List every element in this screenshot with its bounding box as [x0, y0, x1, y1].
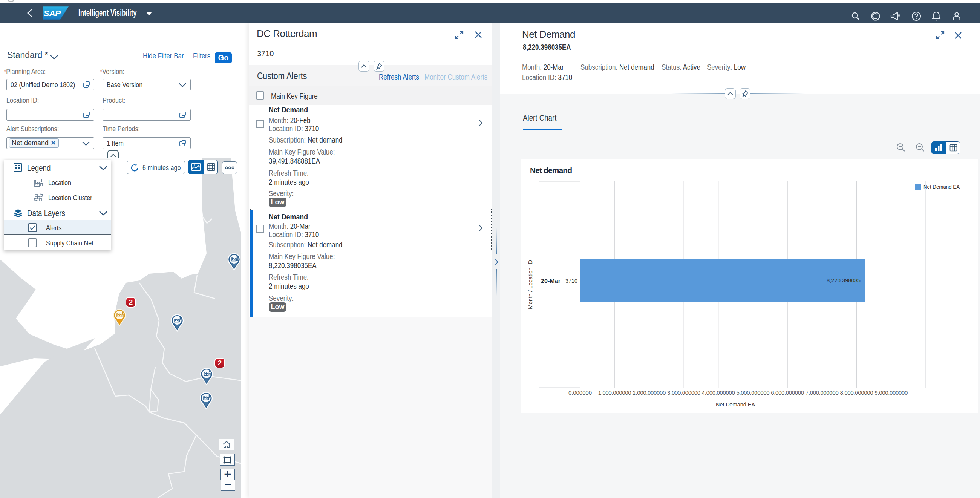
svg-text:4,000.000000: 4,000.000000	[702, 390, 735, 396]
svg-text:8,000.000000: 8,000.000000	[840, 390, 873, 396]
svg-text:SAP: SAP	[44, 8, 61, 18]
svg-text:9,000.000000: 9,000.000000	[875, 390, 908, 396]
svg-text:Net demand: Net demand	[530, 166, 572, 175]
svg-text:6,000.000000: 6,000.000000	[771, 390, 804, 396]
svg-text:2,000.000000: 2,000.000000	[633, 390, 666, 396]
svg-text:5,000.000000: 5,000.000000	[737, 390, 770, 396]
svg-text:20-Mar: 20-Mar	[541, 277, 560, 284]
svg-text:1,000.000000: 1,000.000000	[598, 390, 632, 396]
svg-text:0.000000: 0.000000	[568, 390, 592, 396]
svg-text:3,000.000000: 3,000.000000	[667, 390, 700, 396]
svg-text:Month / Location ID: Month / Location ID	[527, 260, 533, 309]
svg-text:8,220.398035: 8,220.398035	[827, 277, 861, 283]
svg-text:Net Demand EA: Net Demand EA	[923, 184, 959, 190]
svg-text:7,000.000000: 7,000.000000	[805, 390, 838, 396]
svg-text:3710: 3710	[565, 277, 578, 284]
svg-text:Net Demand EA: Net Demand EA	[716, 401, 755, 407]
